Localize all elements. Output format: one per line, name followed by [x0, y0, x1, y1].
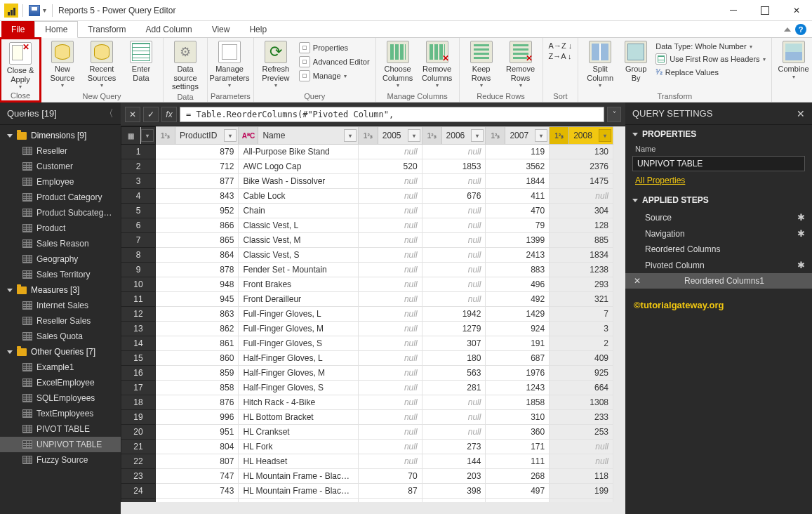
cell[interactable]: 925 — [550, 366, 613, 381]
formula-expand-button[interactable]: ˅ — [607, 107, 621, 122]
cell[interactable]: Classic Vest, S — [239, 248, 358, 263]
gear-icon[interactable]: ✱ — [797, 260, 805, 270]
cell[interactable]: 3 — [550, 322, 613, 336]
cell[interactable]: All-Purpose Bike Stand — [239, 145, 358, 159]
cell[interactable]: 687 — [486, 351, 550, 366]
row-number[interactable]: 8 — [121, 248, 156, 263]
cell[interactable]: Cable Lock — [239, 189, 358, 204]
queries-group[interactable]: Measures [3] — [0, 282, 121, 298]
cell[interactable]: null — [422, 233, 486, 248]
cell[interactable]: null — [550, 440, 613, 454]
cell[interactable]: 1976 — [486, 366, 550, 381]
cell[interactable]: 877 — [156, 174, 239, 189]
row-number[interactable]: 10 — [121, 277, 156, 292]
cell[interactable]: null — [422, 292, 486, 307]
cell[interactable]: 111 — [486, 454, 550, 469]
cell[interactable]: Front Derailleur — [239, 292, 358, 307]
cell[interactable]: 87 — [358, 484, 422, 499]
cell[interactable]: null — [358, 381, 422, 395]
row-number[interactable]: 17 — [121, 381, 156, 395]
cell[interactable]: null — [358, 440, 422, 454]
row-number[interactable]: 1 — [121, 145, 156, 159]
properties-button[interactable]: Properties — [296, 41, 373, 55]
cell[interactable]: null — [358, 366, 422, 381]
row-number[interactable]: 21 — [121, 440, 156, 454]
formula-input[interactable] — [180, 107, 604, 122]
cell[interactable]: null — [358, 233, 422, 248]
formula-cancel-button[interactable]: ✕ — [125, 107, 140, 122]
cell[interactable]: 118 — [550, 469, 613, 484]
row-number[interactable]: 22 — [121, 454, 156, 469]
cell[interactable]: 1279 — [422, 322, 486, 336]
cell[interactable]: 945 — [156, 292, 239, 307]
cell[interactable]: 563 — [422, 366, 486, 381]
filter-dropdown-icon[interactable]: ▾ — [408, 129, 420, 142]
cell[interactable]: 676 — [422, 189, 486, 204]
cell[interactable]: 1942 — [422, 307, 486, 322]
cell[interactable]: 864 — [156, 248, 239, 263]
cell[interactable]: 268 — [486, 469, 550, 484]
cell[interactable]: null — [422, 263, 486, 277]
cell[interactable]: 203 — [422, 469, 486, 484]
cell[interactable]: null — [422, 145, 486, 159]
tab-home[interactable]: Home — [34, 21, 78, 38]
cell[interactable]: 2376 — [550, 159, 613, 174]
cell[interactable]: 861 — [156, 336, 239, 351]
cell[interactable]: HL Bottom Bracket — [239, 410, 358, 425]
filter-dropdown-icon[interactable]: ▾ — [224, 129, 237, 142]
cell[interactable]: 128 — [550, 218, 613, 233]
cell[interactable]: null — [422, 277, 486, 292]
cell[interactable]: 1475 — [550, 174, 613, 189]
queries-group[interactable]: Dimensions [9] — [0, 128, 121, 143]
query-item[interactable]: ExcelEmployee — [0, 375, 121, 390]
cell[interactable]: 310 — [486, 410, 550, 425]
query-item[interactable]: Product Category — [0, 190, 121, 205]
cell[interactable]: 996 — [156, 410, 239, 425]
row-number[interactable]: 15 — [121, 351, 156, 366]
row-number[interactable]: 14 — [121, 336, 156, 351]
cell[interactable]: 293 — [550, 277, 613, 292]
column-header-y2006[interactable]: 1²₃2006▾ — [422, 127, 486, 145]
cell[interactable]: HL Headset — [239, 454, 358, 469]
row-number[interactable]: 3 — [121, 174, 156, 189]
cell[interactable]: 321 — [550, 292, 613, 307]
cell[interactable]: 866 — [156, 218, 239, 233]
cell[interactable]: null — [358, 351, 422, 366]
sort-desc-button[interactable]: Z→A ↓ — [546, 51, 575, 62]
cell[interactable]: 171 — [486, 440, 550, 454]
column-header-y2008[interactable]: 1²₃2008▾ — [550, 127, 613, 145]
cell[interactable]: 863 — [156, 307, 239, 322]
cell[interactable]: null — [358, 218, 422, 233]
cell[interactable]: null — [358, 322, 422, 336]
type-icon[interactable]: 1²₃ — [422, 127, 442, 144]
cell[interactable]: 1834 — [550, 248, 613, 263]
column-header-y2007[interactable]: 1²₃2007▾ — [486, 127, 550, 145]
cell[interactable]: 1429 — [486, 307, 550, 322]
cell[interactable]: 1308 — [550, 395, 613, 410]
horizontal-scrollbar[interactable] — [121, 502, 625, 514]
cell[interactable]: null — [358, 410, 422, 425]
cell[interactable]: 253 — [550, 425, 613, 440]
refresh-preview-button[interactable]: Refresh Preview▾ — [257, 39, 295, 88]
query-item[interactable]: Internet Sales — [0, 298, 121, 313]
cell[interactable]: null — [358, 204, 422, 218]
gear-icon[interactable]: ✱ — [797, 212, 805, 223]
data-source-settings-button[interactable]: Data source settings — [166, 39, 204, 91]
cell[interactable]: 747 — [156, 469, 239, 484]
tab-add-column[interactable]: Add Column — [136, 21, 202, 37]
row-number[interactable]: 11 — [121, 292, 156, 307]
close-and-apply-button[interactable]: Close & Apply▾ — [1, 41, 39, 90]
data-grid[interactable]: ▦▾1²₃ProductID▾AᴮCName▾1²₃2005▾1²₃2006▾1… — [121, 126, 613, 502]
cell[interactable]: null — [422, 425, 486, 440]
cell[interactable]: 497 — [486, 484, 550, 499]
cell[interactable]: 858 — [156, 381, 239, 395]
cell[interactable]: 520 — [358, 159, 422, 174]
query-item[interactable]: Sales Territory — [0, 267, 121, 282]
query-item[interactable]: SQLEmployees — [0, 390, 121, 406]
cell[interactable]: 233 — [550, 410, 613, 425]
advanced-editor-button[interactable]: Advanced Editor — [296, 55, 373, 69]
row-number[interactable]: 4 — [121, 189, 156, 204]
cell[interactable]: 1238 — [550, 263, 613, 277]
cell[interactable]: AWC Logo Cap — [239, 159, 358, 174]
cell[interactable]: 470 — [486, 204, 550, 218]
